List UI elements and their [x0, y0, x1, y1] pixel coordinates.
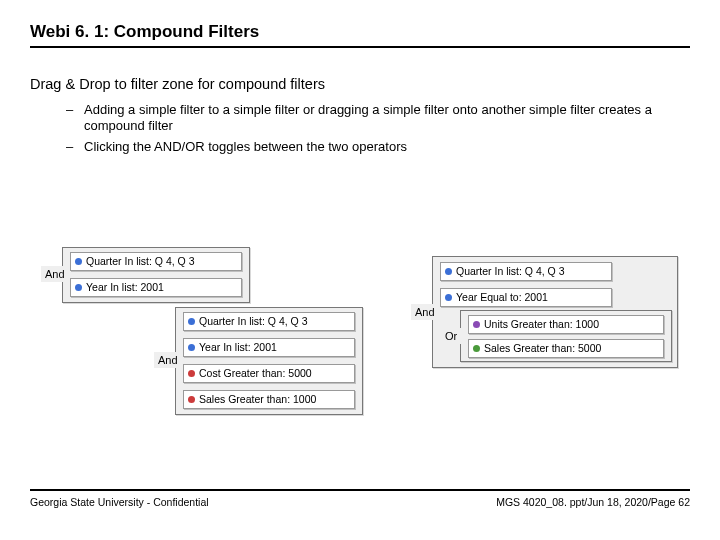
measure-icon [188, 370, 195, 377]
measure-icon [473, 321, 480, 328]
filter-chip-sales[interactable]: Sales Greater than: 1000 [183, 390, 355, 409]
chip-label: Cost Greater than: 5000 [199, 365, 312, 382]
measure-icon [188, 396, 195, 403]
chip-label: Year Equal to: 2001 [456, 289, 548, 306]
filter-chip-cost[interactable]: Cost Greater than: 5000 [183, 364, 355, 383]
filter-chip-quarter[interactable]: Quarter In list: Q 4, Q 3 [183, 312, 355, 331]
dim-icon [445, 268, 452, 275]
footer: Georgia State University - Confidential … [30, 489, 690, 508]
dim-icon [445, 294, 452, 301]
chip-label: Quarter In list: Q 4, Q 3 [456, 263, 565, 280]
operator-and[interactable]: And [411, 304, 439, 320]
filter-chip-units[interactable]: Units Greater than: 1000 [468, 315, 664, 334]
operator-and[interactable]: And [154, 352, 182, 368]
filter-chip-quarter[interactable]: Quarter In list: Q 4, Q 3 [70, 252, 242, 271]
filter-diagram: And Quarter In list: Q 4, Q 3 Year In li… [0, 0, 720, 540]
filter-chip-year[interactable]: Year In list: 2001 [183, 338, 355, 357]
filter-chip-year[interactable]: Year In list: 2001 [70, 278, 242, 297]
filter-chip-year-eq[interactable]: Year Equal to: 2001 [440, 288, 612, 307]
chip-label: Quarter In list: Q 4, Q 3 [86, 253, 195, 270]
dim-icon [188, 318, 195, 325]
footer-left: Georgia State University - Confidential [30, 496, 209, 508]
filter-chip-sales2[interactable]: Sales Greater than: 5000 [468, 339, 664, 358]
operator-or[interactable]: Or [441, 328, 461, 344]
chip-label: Sales Greater than: 5000 [484, 340, 601, 357]
operator-and[interactable]: And [41, 266, 69, 282]
chip-label: Quarter In list: Q 4, Q 3 [199, 313, 308, 330]
footer-right: MGS 4020_08. ppt/Jun 18, 2020/Page 62 [496, 496, 690, 508]
dim-icon [75, 284, 82, 291]
dim-icon [75, 258, 82, 265]
chip-label: Sales Greater than: 1000 [199, 391, 316, 408]
filter-chip-quarter[interactable]: Quarter In list: Q 4, Q 3 [440, 262, 612, 281]
chip-label: Year In list: 2001 [199, 339, 277, 356]
dim-icon [188, 344, 195, 351]
chip-label: Units Greater than: 1000 [484, 316, 599, 333]
measure-icon [473, 345, 480, 352]
chip-label: Year In list: 2001 [86, 279, 164, 296]
